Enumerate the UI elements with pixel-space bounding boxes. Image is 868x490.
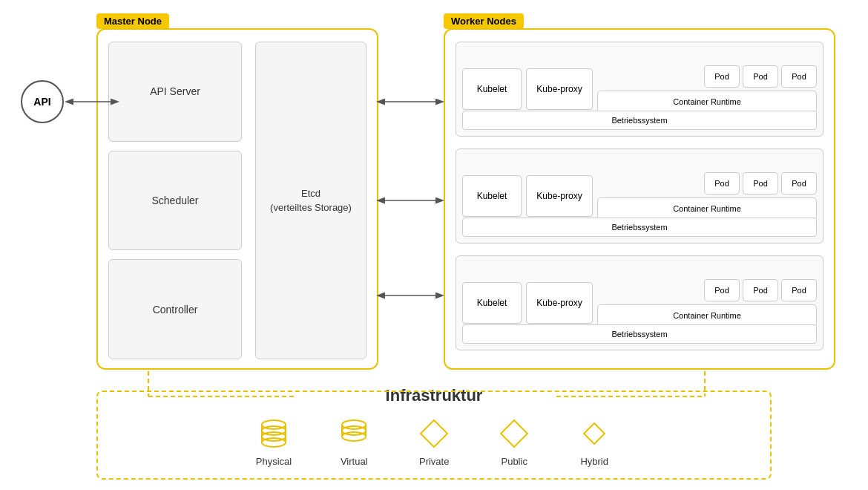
pod-2-1: Pod <box>704 172 740 195</box>
container-runtime-2: Container Runtime <box>597 197 817 220</box>
controller-box: Controller <box>108 259 242 359</box>
svg-marker-27 <box>501 420 527 447</box>
infra-item-virtual: Virtual <box>336 416 372 467</box>
betriebssystem-3: Betriebssystem <box>462 324 817 344</box>
pods-row-3: Pod Pod Pod <box>597 279 817 301</box>
kube-proxy-1: Kube-proxy <box>526 68 593 110</box>
diagram-container: Master Node API Server Scheduler Control… <box>0 0 868 490</box>
infra-item-public: Public <box>496 416 532 467</box>
hybrid-icon <box>576 416 612 451</box>
api-circle: API <box>21 80 64 123</box>
worker-row-1: Kubelet Kube-proxy Pod Pod Pod Container… <box>456 42 823 137</box>
api-server-box: API Server <box>108 42 242 142</box>
public-icon <box>496 416 532 451</box>
infra-item-physical: Physical <box>256 416 292 467</box>
hybrid-label: Hybrid <box>580 456 608 467</box>
etcd-label: Etcd(verteiltes Storage) <box>270 186 352 215</box>
private-label: Private <box>419 456 449 467</box>
worker-row-3: Kubelet Kube-proxy Pod Pod Pod Container… <box>456 255 823 350</box>
infra-title: Infrastruktur <box>386 386 483 405</box>
infra-section: Infrastruktur <box>0 386 868 483</box>
public-label: Public <box>501 456 527 467</box>
kubelet-3: Kubelet <box>462 282 522 324</box>
infra-item-hybrid: Hybrid <box>576 416 612 467</box>
pods-row-1: Pod Pod Pod <box>597 65 817 88</box>
physical-icon <box>256 416 292 451</box>
pod-1-3: Pod <box>781 65 817 88</box>
worker-nodes-box: Kubelet Kube-proxy Pod Pod Pod Container… <box>444 28 835 370</box>
pod-2-3: Pod <box>781 172 817 195</box>
kubelet-2: Kubelet <box>462 175 522 217</box>
pod-3-1: Pod <box>704 279 740 301</box>
worker-row-2: Kubelet Kube-proxy Pod Pod Pod Container… <box>456 148 823 244</box>
container-runtime-3: Container Runtime <box>597 304 817 327</box>
master-node-label: Master Node <box>96 13 169 29</box>
svg-point-16 <box>262 438 286 447</box>
master-left-column: API Server Scheduler Controller <box>108 42 242 359</box>
infra-items: Physical Virtual <box>256 416 612 467</box>
pod-2-2: Pod <box>743 172 778 195</box>
etcd-box: Etcd(verteiltes Storage) <box>255 42 366 359</box>
master-node-box: API Server Scheduler Controller Etcd(ver… <box>96 28 378 370</box>
betriebssystem-1: Betriebssystem <box>462 111 817 130</box>
infra-item-private: Private <box>416 416 452 467</box>
kube-proxy-2: Kube-proxy <box>526 175 593 217</box>
private-icon <box>416 416 452 451</box>
pod-3-2: Pod <box>743 279 778 301</box>
scheduler-box: Scheduler <box>108 151 242 251</box>
pod-1-2: Pod <box>743 65 778 88</box>
worker-nodes-label: Worker Nodes <box>444 13 524 29</box>
kube-proxy-3: Kube-proxy <box>526 282 593 324</box>
svg-marker-26 <box>421 420 447 447</box>
virtual-label: Virtual <box>341 456 368 467</box>
pod-1-1: Pod <box>704 65 740 88</box>
virtual-icon <box>336 416 372 451</box>
container-runtime-1: Container Runtime <box>597 91 817 113</box>
betriebssystem-2: Betriebssystem <box>462 218 817 237</box>
svg-point-23 <box>342 432 366 441</box>
pods-row-2: Pod Pod Pod <box>597 172 817 195</box>
kubelet-1: Kubelet <box>462 68 522 110</box>
physical-label: Physical <box>256 456 292 467</box>
pod-3-3: Pod <box>781 279 817 301</box>
svg-marker-28 <box>584 423 605 444</box>
